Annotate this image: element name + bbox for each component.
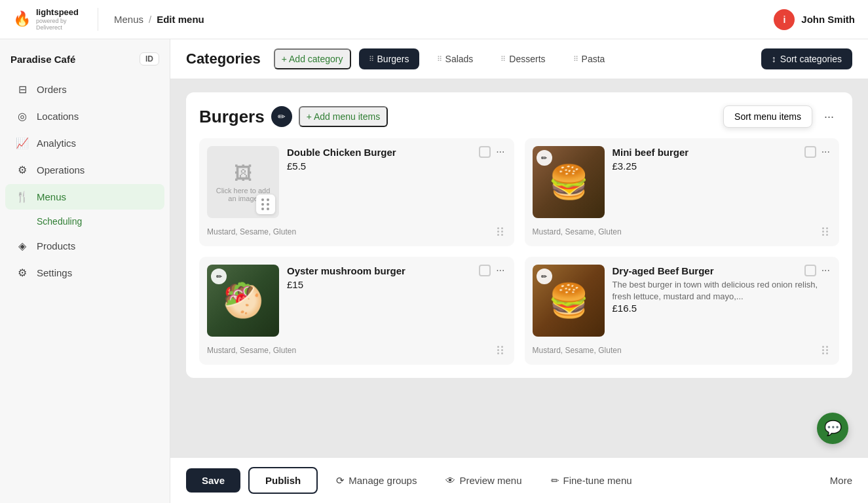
item-footer: Mustard, Sesame, Gluten [533,343,832,357]
brand-id-badge[interactable]: ID [140,52,159,65]
logo-name: lightspeed [36,8,85,17]
items-grid: 🖼 Click here to add an image [199,138,839,365]
item-menu-button[interactable]: ··· [495,146,506,158]
item-info: Oyster mushroom burger ··· £15 [287,265,506,293]
tab-salads[interactable]: ⠿ Salads [427,48,483,69]
logo: 🔥 lightspeed powered by Deliverect [13,8,98,30]
topbar-right: i John Smith [774,9,855,30]
tab-desserts-label: Desserts [509,54,545,64]
edit-section-button[interactable]: ✏ [271,106,292,127]
item-top: ✏ 🍔 Mini beef burger ··· £3.25 [533,146,832,218]
fine-tune-icon: ✏ [551,475,559,487]
fine-tune-label: Fine-tune menu [563,475,632,486]
section-title: Burgers [199,107,265,127]
item-price: £16.5 [613,303,832,314]
more-button[interactable]: More [830,475,852,486]
tab-burgers-label: Burgers [377,54,409,64]
sidebar-label-locations: Locations [37,111,79,122]
item-image-placeholder[interactable]: 🖼 Click here to add an image [207,146,279,218]
topbar: 🔥 lightspeed powered by Deliverect Menus… [0,0,868,39]
menus-icon: 🍴 [16,191,29,203]
edit-image-button[interactable]: ✏ [537,269,552,284]
sidebar-item-operations[interactable]: ⚙ Operations [5,157,164,183]
breadcrumb-menus[interactable]: Menus [114,14,143,25]
item-checkbox[interactable] [479,146,491,158]
tab-burgers-drag: ⠿ [369,55,374,64]
item-name: Dry-aged Beef Burger [613,265,801,276]
sort-categories-button[interactable]: ↕ Sort categories [761,48,852,69]
fine-tune-button[interactable]: ✏ Fine-tune menu [540,468,643,493]
sidebar-label-orders: Orders [37,84,67,95]
preview-menu-button[interactable]: 👁 Preview menu [435,468,532,493]
tab-pasta-label: Pasta [582,54,605,64]
preview-menu-label: Preview menu [459,475,521,486]
item-checkbox[interactable] [804,146,816,158]
list-item: 🖼 Click here to add an image [199,138,514,246]
tab-pasta[interactable]: ⠿ Pasta [563,48,615,69]
sidebar-item-orders[interactable]: ⊟ Orders [5,77,164,102]
breadcrumb-edit-menu: Edit menu [157,14,204,25]
tab-burgers[interactable]: ⠿ Burgers [359,48,419,69]
edit-image-button[interactable]: ✏ [211,269,227,284]
sidebar-item-settings[interactable]: ⚙ Settings [5,260,164,286]
operations-icon: ⚙ [16,164,29,176]
item-top: 🖼 Click here to add an image [207,146,506,218]
item-checkbox[interactable] [804,265,816,276]
sidebar-sub-item-scheduling[interactable]: Scheduling [5,211,164,232]
add-menu-items-button[interactable]: + Add menu items [299,106,388,127]
section-more-button[interactable]: ··· [819,107,839,126]
item-menu-button[interactable]: ··· [495,265,506,276]
brand-name: Paradise Café [10,54,75,65]
drag-handle[interactable] [495,343,506,357]
item-checkbox[interactable] [479,265,491,276]
item-menu-button[interactable]: ··· [820,146,831,158]
sidebar-item-analytics[interactable]: 📈 Analytics [5,130,164,156]
sidebar-label-settings: Settings [37,267,72,278]
tab-salads-drag: ⠿ [437,55,442,64]
item-price: £3.25 [613,160,832,172]
breadcrumb-sep: / [149,14,151,25]
drag-handle-overlay[interactable] [256,195,275,214]
drag-handle[interactable] [820,225,831,238]
item-info: Double Chicken Burger ··· £5.5 [287,146,506,174]
drag-handle[interactable] [495,225,506,238]
preview-icon: 👁 [445,475,455,486]
categories-bar: Categories + Add category ⠿ Burgers ⠿ Sa… [170,39,868,79]
locations-icon: ◎ [16,110,29,122]
item-allergens: Mustard, Sesame, Gluten [533,346,622,355]
sidebar-label-operations: Operations [37,164,85,176]
sidebar-label-analytics: Analytics [37,138,76,149]
publish-button[interactable]: Publish [248,467,318,494]
list-item: ✏ 🥙 Oyster mushroom burger ··· £15 [199,257,514,365]
avatar: i [774,9,795,30]
manage-groups-icon: ⟳ [336,475,345,487]
sidebar-label-menus: Menus [37,191,66,202]
edit-image-button[interactable]: ✏ [537,150,552,166]
item-footer: Mustard, Sesame, Gluten [533,225,832,238]
user-name: John Smith [801,14,855,25]
logo-text-block: lightspeed powered by Deliverect [36,8,85,30]
save-button[interactable]: Save [186,468,240,493]
item-allergens: Mustard, Sesame, Gluten [207,227,296,236]
item-description: The best burger in town with delicious r… [613,279,832,303]
add-category-button[interactable]: + Add category [274,48,351,69]
item-menu-button[interactable]: ··· [820,265,831,276]
tab-pasta-drag: ⠿ [573,55,578,64]
item-price: £5.5 [287,160,506,172]
sidebar-brand: Paradise Café ID [0,47,170,76]
analytics-icon: 📈 [16,137,29,149]
chat-button[interactable]: 💬 [817,413,848,444]
tab-desserts[interactable]: ⠿ Desserts [491,48,555,69]
item-image: ✏ 🍔 [533,146,605,218]
manage-groups-label: Manage groups [349,475,417,486]
sidebar-item-menus[interactable]: 🍴 Menus [5,184,164,210]
drag-handle[interactable] [820,343,831,357]
manage-groups-button[interactable]: ⟳ Manage groups [326,468,427,493]
flame-icon: 🔥 [13,10,31,28]
sort-menu-items-button[interactable]: Sort menu items [723,105,812,128]
sidebar-item-locations[interactable]: ◎ Locations [5,103,164,129]
sidebar-item-products[interactable]: ◈ Products [5,233,164,259]
section-card: Burgers ✏ + Add menu items Sort menu ite… [186,92,852,378]
item-footer: Mustard, Sesame, Gluten [207,225,506,238]
item-name-row: Dry-aged Beef Burger ··· [613,265,832,276]
